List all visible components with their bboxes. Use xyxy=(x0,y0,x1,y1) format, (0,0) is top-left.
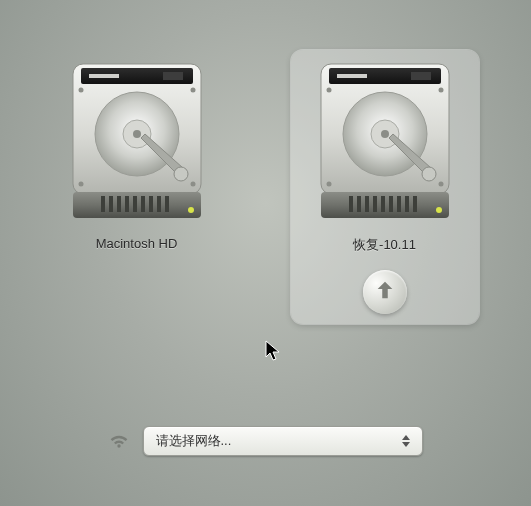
boot-picker-screen: Macintosh HD 恢复-10.11 请选择网络... xyxy=(0,0,531,506)
volume-recovery[interactable]: 恢复-10.11 xyxy=(291,50,479,324)
hard-drive-icon xyxy=(315,56,455,226)
network-selector-label: 请选择网络... xyxy=(156,432,232,450)
wifi-icon xyxy=(109,433,129,449)
boot-arrow-button[interactable] xyxy=(363,270,407,314)
volume-list: Macintosh HD 恢复-10.11 xyxy=(0,50,521,324)
network-selector[interactable]: 请选择网络... xyxy=(143,426,423,456)
volume-macintosh-hd[interactable]: Macintosh HD xyxy=(43,50,231,324)
network-bar: 请选择网络... xyxy=(0,426,531,456)
stepper-icon xyxy=(402,427,416,455)
volume-label: Macintosh HD xyxy=(96,236,178,251)
volume-label: 恢复-10.11 xyxy=(353,236,416,254)
arrow-up-icon xyxy=(374,279,396,305)
cursor-icon xyxy=(265,340,281,362)
hard-drive-icon xyxy=(67,56,207,226)
